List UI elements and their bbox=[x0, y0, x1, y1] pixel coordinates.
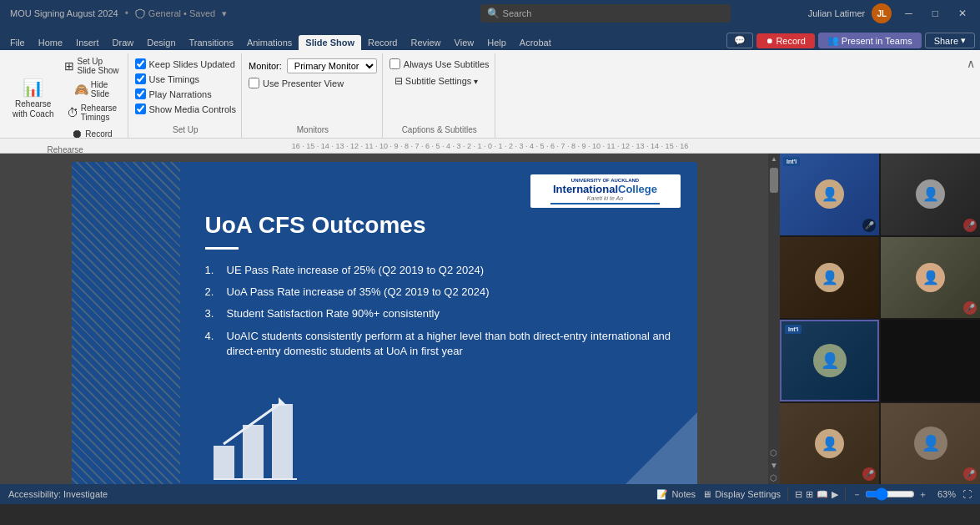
participant-mic-off: 🎤 bbox=[862, 467, 876, 481]
maximize-btn[interactable]: □ bbox=[926, 6, 945, 21]
teams-icon: 👥 bbox=[827, 35, 839, 46]
slide-canvas[interactable]: UNIVERSITY OF AUCKLAND InternationalColl… bbox=[0, 154, 768, 484]
next-slide-btn[interactable]: ⬡ bbox=[768, 472, 780, 484]
monitors-group-label: Monitors bbox=[297, 122, 329, 134]
zoom-slider[interactable] bbox=[865, 487, 915, 501]
slide-divider bbox=[205, 247, 239, 250]
user-name: Julian Latimer bbox=[808, 8, 865, 18]
ruler: 16 · 15 · 14 · 13 · 12 · 11 · 10 · 9 · 8… bbox=[0, 139, 980, 154]
avatar[interactable]: JL bbox=[872, 3, 892, 23]
tab-transitions[interactable]: Transitions bbox=[183, 35, 240, 50]
tab-record[interactable]: Record bbox=[361, 35, 404, 50]
zoom-in-icon[interactable]: ＋ bbox=[918, 488, 927, 501]
zoom-level[interactable]: 63% bbox=[931, 489, 956, 499]
use-timings-checkbox[interactable] bbox=[135, 73, 146, 84]
normal-view-icon[interactable]: ⊟ bbox=[795, 489, 802, 500]
fit-to-window-icon[interactable]: ⛶ bbox=[962, 489, 972, 499]
subtitle-settings-button[interactable]: ⊟ Subtitle Settings ▾ bbox=[389, 73, 484, 88]
rehearse-timings-label: RehearseTimings bbox=[81, 103, 117, 122]
status-bar-right: 📝 Notes 🖥 Display Settings ⊟ ⊞ 📖 ▶ － ＋ 6… bbox=[656, 487, 972, 501]
keep-slides-updated-checkbox[interactable] bbox=[135, 58, 146, 69]
participant-tile: 👤 🎤 bbox=[780, 403, 879, 485]
list-item: 3.Student Satisfaction Rate 90%+ consist… bbox=[205, 306, 672, 321]
record-ribbon-button[interactable]: ⏺ Record bbox=[61, 125, 122, 142]
svg-marker-3 bbox=[279, 397, 287, 406]
participant-face: 👤 bbox=[813, 344, 847, 377]
tab-home[interactable]: Home bbox=[32, 35, 69, 50]
vertical-scrollbar[interactable]: ▲ ⬡ ▼ ⬡ bbox=[768, 154, 780, 484]
tab-review[interactable]: Review bbox=[404, 35, 447, 50]
participant-tile: 👤 bbox=[780, 237, 879, 319]
search-placeholder: Search bbox=[503, 8, 532, 18]
save-chevron[interactable]: ▾ bbox=[222, 8, 227, 19]
tab-insert[interactable]: Insert bbox=[69, 35, 106, 50]
participant-face: 👤 bbox=[914, 427, 947, 460]
always-use-subtitles-checkbox[interactable] bbox=[389, 58, 400, 69]
zoom-out-icon[interactable]: － bbox=[852, 488, 862, 501]
rehearse-timings-icon: ⏱ bbox=[67, 106, 78, 119]
present-teams-button[interactable]: 👥 Present in Teams bbox=[818, 33, 922, 48]
ribbon-toolbar: 📊 Rehearsewith Coach ⊞ Set UpSlide Show … bbox=[0, 50, 980, 139]
captions-group-label: Captions & Subtitles bbox=[402, 122, 477, 134]
show-media-controls-label: Show Media Controls bbox=[149, 104, 237, 114]
search-bar[interactable]: 🔍 Search bbox=[480, 4, 731, 23]
svg-rect-2 bbox=[272, 404, 293, 479]
scroll-up-arrow[interactable]: ▲ bbox=[771, 154, 777, 164]
display-settings-label: Display Settings bbox=[715, 489, 781, 499]
ribbon-group-captions: Always Use Subtitles ⊟ Subtitle Settings… bbox=[384, 53, 495, 138]
keep-slides-updated-label: Keep Slides Updated bbox=[149, 59, 235, 69]
slide-triangle bbox=[614, 412, 697, 484]
scroll-thumb[interactable] bbox=[770, 168, 778, 193]
scroll-down-arrow[interactable]: ▼ bbox=[768, 459, 780, 472]
slideshow-view-icon[interactable]: ▶ bbox=[832, 489, 838, 500]
monitor-select-row: Monitor: Primary Monitor bbox=[249, 58, 377, 73]
title-separator: • bbox=[125, 8, 128, 19]
rehearse-buttons: 📊 Rehearsewith Coach ⊞ Set UpSlide Show … bbox=[8, 55, 123, 142]
comments-button[interactable]: 💬 bbox=[726, 33, 753, 48]
tab-view[interactable]: View bbox=[448, 35, 481, 50]
display-settings-button[interactable]: 🖥 Display Settings bbox=[702, 489, 781, 499]
subtitle-settings-chevron: ▾ bbox=[474, 77, 478, 86]
minimize-btn[interactable]: ─ bbox=[898, 6, 919, 21]
record-ribbon-label: Record bbox=[85, 129, 112, 139]
slide-chart bbox=[205, 396, 305, 484]
prev-slide-btn[interactable]: ⬡ bbox=[768, 447, 780, 459]
slide-sorter-icon[interactable]: ⊞ bbox=[806, 489, 813, 500]
tab-slideshow[interactable]: Slide Show bbox=[299, 35, 361, 50]
participant-mic-off: 🎤 bbox=[963, 301, 977, 315]
record-button[interactable]: ⏺ Record bbox=[756, 33, 814, 48]
share-label: Share bbox=[934, 36, 958, 46]
divider bbox=[787, 487, 788, 501]
status-bar-left: Accessibility: Investigate bbox=[8, 489, 108, 499]
share-chevron-icon: ▾ bbox=[961, 35, 966, 46]
use-presenter-view-checkbox[interactable] bbox=[249, 78, 259, 88]
tab-draw[interactable]: Draw bbox=[106, 35, 141, 50]
notes-label: Notes bbox=[671, 489, 696, 499]
use-timings-row: Use Timings bbox=[135, 73, 200, 84]
view-icons: ⊟ ⊞ 📖 ▶ bbox=[795, 489, 838, 500]
use-presenter-view-row: Use Presenter View bbox=[249, 78, 344, 88]
tab-help[interactable]: Help bbox=[480, 35, 513, 50]
ribbon-collapse-button[interactable]: ∧ bbox=[965, 53, 977, 138]
setup-slideshow-button[interactable]: ⊞ Set UpSlide Show bbox=[61, 55, 122, 77]
main-content: UNIVERSITY OF AUCKLAND InternationalColl… bbox=[0, 154, 980, 484]
monitor-dropdown[interactable]: Primary Monitor bbox=[287, 58, 377, 73]
reading-view-icon[interactable]: 📖 bbox=[817, 489, 828, 500]
share-button[interactable]: Share ▾ bbox=[925, 33, 975, 48]
show-media-controls-row: Show Media Controls bbox=[135, 103, 237, 114]
notes-button[interactable]: 📝 Notes bbox=[656, 489, 696, 500]
use-presenter-view-label: Use Presenter View bbox=[263, 78, 344, 88]
rehearse-timings-button[interactable]: ⏱ RehearseTimings bbox=[61, 102, 122, 124]
show-media-controls-checkbox[interactable] bbox=[135, 103, 146, 114]
tab-acrobat[interactable]: Acrobat bbox=[513, 35, 558, 50]
close-btn[interactable]: ✕ bbox=[952, 6, 973, 21]
tab-file[interactable]: File bbox=[3, 35, 32, 50]
rehearse-coach-button[interactable]: 📊 Rehearsewith Coach bbox=[8, 75, 58, 122]
play-narrations-checkbox[interactable] bbox=[135, 88, 146, 99]
accessibility-status[interactable]: Accessibility: Investigate bbox=[8, 489, 108, 499]
ribbon-group-monitors: Monitor: Primary Monitor Use Presenter V… bbox=[244, 53, 383, 138]
tab-animations[interactable]: Animations bbox=[240, 35, 299, 50]
hide-slide-button[interactable]: 🙈 HideSlide bbox=[61, 78, 122, 100]
setup-group-label: Set Up bbox=[173, 122, 199, 134]
tab-design[interactable]: Design bbox=[140, 35, 182, 50]
